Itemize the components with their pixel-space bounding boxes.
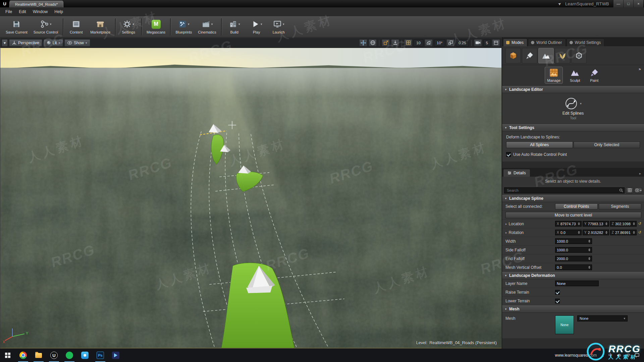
spinner[interactable] (578, 222, 580, 225)
tool-settings-header[interactable]: ▼ Tool Settings (502, 124, 644, 131)
taskbar-photoshop[interactable]: Ps (93, 349, 108, 362)
mesh-thumbnail[interactable]: None (555, 315, 574, 334)
expand-icon[interactable]: ▸ (505, 222, 507, 226)
landscape-deformation-header[interactable]: ▼ Landscape Deformation (502, 272, 644, 279)
taskbar-app[interactable] (108, 349, 123, 362)
maximize-button[interactable]: □ (623, 0, 633, 7)
all-splines-button[interactable]: All Splines (506, 141, 573, 148)
mode-landscape-button[interactable] (538, 48, 554, 63)
network-icon[interactable] (626, 353, 631, 357)
start-button[interactable] (0, 349, 15, 362)
auto-rotate-checkbox[interactable] (506, 152, 511, 157)
menu-window[interactable]: Window (30, 8, 51, 15)
reset-to-default-icon[interactable]: ↺ (638, 222, 641, 226)
layer-name-field[interactable]: None (555, 281, 599, 286)
tab-world-settings[interactable]: World Settings (567, 39, 605, 46)
expand-icon[interactable]: ▸ (505, 231, 507, 234)
tab-modes[interactable]: Modes (503, 39, 527, 46)
menu-help[interactable]: Help (51, 8, 66, 15)
minimize-button[interactable]: — (613, 0, 623, 7)
play-button[interactable]: ▾ Play (246, 17, 268, 37)
mesh-select-combo[interactable]: None ▾ (577, 315, 628, 321)
taskbar-spotify[interactable] (62, 349, 77, 362)
mesh-header[interactable]: ▼ Mesh (502, 305, 644, 313)
tab-overflow-icon[interactable]: ▸ (637, 170, 643, 177)
rotation-x-field[interactable]: X0.0 (555, 230, 582, 235)
mesh-vertical-offset-field[interactable]: 0.0 (555, 264, 592, 270)
rotation-snap-button[interactable] (425, 39, 433, 47)
transform-tools-button[interactable] (359, 39, 367, 47)
taskbar-chrome[interactable] (15, 349, 31, 362)
ime-indicator[interactable]: 中 (608, 353, 612, 358)
property-matrix-button[interactable] (626, 187, 633, 193)
settings-button[interactable]: ▾ Settings (117, 17, 140, 37)
scale-snap-value[interactable]: 0.25 (456, 39, 469, 47)
grid-snap-value[interactable]: 10 (414, 39, 423, 47)
mode-foliage-button[interactable] (555, 48, 570, 63)
menu-file[interactable]: File (2, 8, 15, 15)
lower-terrain-checkbox[interactable] (555, 299, 560, 303)
mode-place-button[interactable] (505, 48, 521, 63)
landscape-spline-header[interactable]: ▼ Landscape Spline (502, 195, 644, 202)
menu-edit[interactable]: Edit (15, 8, 30, 15)
submode-sculpt[interactable]: Sculpt (568, 67, 582, 83)
volume-icon[interactable] (617, 353, 622, 357)
raise-terrain-checkbox[interactable] (555, 290, 560, 295)
mode-mesh-paint-button[interactable] (571, 48, 587, 63)
spinner[interactable] (633, 231, 635, 234)
close-button[interactable]: × (633, 0, 643, 7)
document-tab[interactable]: RealtimeWB_04_Roads* (9, 1, 63, 7)
rotation-y-field[interactable]: Y2.915282 (583, 230, 609, 235)
spinner[interactable] (588, 257, 590, 260)
cinematics-button[interactable]: ▾ Cinematics (195, 17, 219, 37)
viewport-3d-view[interactable]: Level: RealtimeWB_04_Roads (Persistent) … (0, 48, 501, 348)
blueprints-button[interactable]: ▾ Blueprints (172, 17, 195, 37)
rotation-z-field[interactable]: Z27.86991 (610, 230, 637, 235)
marketplace-button[interactable]: Marketplace (87, 17, 113, 37)
build-button[interactable]: ▾ Build (223, 17, 246, 37)
camera-speed-button[interactable] (474, 39, 482, 47)
camera-speed-value[interactable]: 5 (483, 39, 491, 47)
mode-paint-button[interactable] (522, 48, 537, 63)
grid-snap-button[interactable] (404, 39, 412, 47)
viewport-options-button[interactable]: ▾ (2, 39, 8, 47)
landscape-editor-header[interactable]: ▼ Landscape Editor (502, 86, 644, 93)
submode-manage[interactable]: Manage (545, 67, 562, 83)
reset-to-default-icon[interactable]: ↺ (638, 230, 641, 235)
scale-snap-button[interactable] (446, 39, 454, 47)
taskbar-explorer[interactable] (31, 349, 46, 362)
end-falloff-field[interactable]: 2000.0 (555, 256, 592, 261)
view-options-button[interactable]: ▾ (635, 187, 642, 193)
only-selected-button[interactable]: Only Selected (574, 141, 640, 148)
spinner[interactable] (588, 266, 590, 269)
spinner[interactable] (605, 222, 607, 225)
source-control-button[interactable]: ▾ Source Control (31, 17, 61, 37)
surface-snap-button[interactable] (391, 39, 399, 47)
spinner[interactable] (578, 231, 580, 234)
control-points-button[interactable]: Control Points (555, 203, 598, 209)
tray-chevron-icon[interactable]: ∧ (601, 353, 604, 358)
tab-details[interactable]: Details (503, 169, 530, 177)
spinner[interactable] (605, 231, 607, 234)
world-transform-button[interactable] (382, 39, 390, 47)
tab-world-outliner[interactable]: World Outliner (528, 39, 566, 46)
move-to-current-level-button[interactable]: Move to current level (505, 212, 641, 218)
megascans-button[interactable]: M Megascans (144, 17, 168, 37)
location-y-field[interactable]: Y77983.13 (583, 221, 609, 227)
submode-paint[interactable]: Paint (588, 67, 601, 83)
search-input[interactable] (504, 187, 625, 193)
perspective-button[interactable]: Perspective (9, 39, 42, 47)
location-x-field[interactable]: X87974.73 (555, 221, 582, 227)
taskbar-unreal[interactable]: U (46, 349, 62, 362)
action-center-icon[interactable] (635, 353, 639, 357)
maximize-viewport-button[interactable] (492, 39, 500, 47)
segments-button[interactable]: Segments (599, 203, 641, 209)
edit-splines-tool-button[interactable]: ▾ (565, 97, 582, 110)
save-current-button[interactable]: Save Current (3, 17, 31, 37)
spinner[interactable] (588, 240, 590, 243)
spinner[interactable] (633, 222, 635, 225)
width-field[interactable]: 1000.0 (555, 238, 592, 244)
location-z-field[interactable]: Z302.1098 (610, 221, 637, 227)
world-coordinate-button[interactable] (369, 39, 377, 47)
content-button[interactable]: Content (65, 17, 87, 37)
